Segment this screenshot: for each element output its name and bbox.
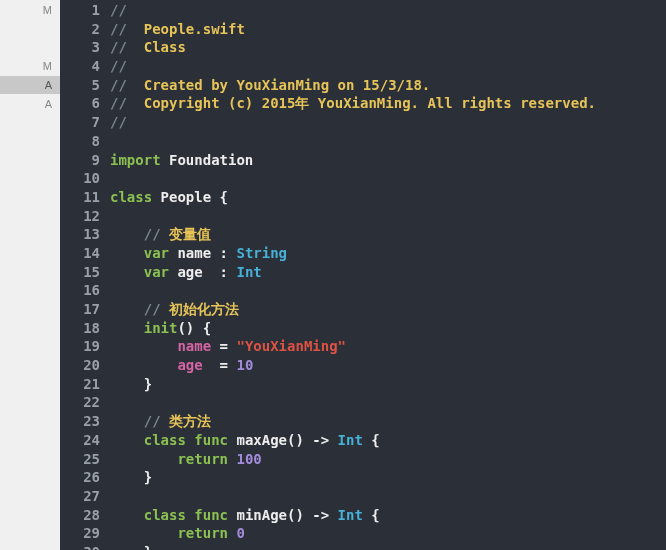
line-number: 6 bbox=[60, 94, 100, 113]
change-mark: A bbox=[0, 76, 60, 95]
token bbox=[110, 544, 144, 550]
token: // bbox=[110, 39, 144, 55]
line-number: 23 bbox=[60, 412, 100, 431]
code-line[interactable] bbox=[110, 393, 666, 412]
token: 变量值 bbox=[169, 226, 211, 242]
token: 初始化方法 bbox=[169, 301, 239, 317]
token: class bbox=[110, 189, 152, 205]
token: var bbox=[144, 245, 169, 261]
token: // bbox=[110, 58, 127, 74]
token: // bbox=[110, 77, 144, 93]
code-line[interactable]: // bbox=[110, 113, 666, 132]
token: init bbox=[144, 320, 178, 336]
token bbox=[110, 338, 177, 354]
token: { bbox=[220, 189, 228, 205]
code-line[interactable]: class func minAge() -> Int { bbox=[110, 506, 666, 525]
code-line[interactable] bbox=[110, 487, 666, 506]
line-number: 29 bbox=[60, 524, 100, 543]
code-line[interactable]: class func maxAge() -> Int { bbox=[110, 431, 666, 450]
token bbox=[110, 357, 177, 373]
code-line[interactable]: // Class bbox=[110, 38, 666, 57]
line-number: 16 bbox=[60, 281, 100, 300]
line-number: 21 bbox=[60, 375, 100, 394]
code-line[interactable]: return 0 bbox=[110, 524, 666, 543]
line-number: 13 bbox=[60, 225, 100, 244]
code-line[interactable]: // Copyright (c) 2015年 YouXianMing. All … bbox=[110, 94, 666, 113]
code-line[interactable] bbox=[110, 169, 666, 188]
token: // bbox=[144, 413, 169, 429]
code-line[interactable]: // Created by YouXianMing on 15/3/18. bbox=[110, 76, 666, 95]
line-number: 7 bbox=[60, 113, 100, 132]
token: = bbox=[211, 338, 236, 354]
line-number: 22 bbox=[60, 393, 100, 412]
line-number: 19 bbox=[60, 337, 100, 356]
line-number: 10 bbox=[60, 169, 100, 188]
code-line[interactable]: } bbox=[110, 468, 666, 487]
code-line[interactable]: age = 10 bbox=[110, 356, 666, 375]
code-line[interactable]: } bbox=[110, 543, 666, 550]
token: // bbox=[144, 301, 169, 317]
code-line[interactable]: // People.swift bbox=[110, 20, 666, 39]
line-number-gutter: 1234567891011121314151617181920212223242… bbox=[60, 0, 110, 550]
token: People.swift bbox=[144, 21, 245, 37]
token: Int bbox=[236, 264, 261, 280]
token: minAge() -> bbox=[228, 507, 338, 523]
token: class bbox=[144, 432, 186, 448]
line-number: 20 bbox=[60, 356, 100, 375]
token: return bbox=[177, 525, 228, 541]
token: age bbox=[177, 357, 202, 373]
token: { bbox=[371, 432, 379, 448]
code-line[interactable]: class People { bbox=[110, 188, 666, 207]
token: // bbox=[144, 226, 169, 242]
change-mark: M bbox=[43, 57, 52, 76]
code-line[interactable]: // 初始化方法 bbox=[110, 300, 666, 319]
token: Int bbox=[338, 507, 363, 523]
token bbox=[110, 245, 144, 261]
token bbox=[110, 376, 144, 392]
token: People bbox=[152, 189, 219, 205]
code-line[interactable]: import Foundation bbox=[110, 151, 666, 170]
token: 10 bbox=[236, 357, 253, 373]
code-line[interactable]: name = "YouXianMing" bbox=[110, 337, 666, 356]
token bbox=[110, 264, 144, 280]
line-number: 12 bbox=[60, 207, 100, 226]
token: } bbox=[144, 469, 152, 485]
token bbox=[110, 451, 177, 467]
line-number: 24 bbox=[60, 431, 100, 450]
code-editor[interactable]: //// People.swift// Class//// Created by… bbox=[110, 0, 666, 550]
token: func bbox=[194, 432, 228, 448]
token: Int bbox=[338, 432, 363, 448]
token bbox=[110, 413, 144, 429]
code-line[interactable]: var name : String bbox=[110, 244, 666, 263]
token: class bbox=[144, 507, 186, 523]
code-line[interactable]: var age : Int bbox=[110, 263, 666, 282]
code-line[interactable] bbox=[110, 207, 666, 226]
token: import bbox=[110, 152, 161, 168]
change-ruler: MMAA bbox=[0, 0, 60, 550]
token: "YouXianMing" bbox=[236, 338, 346, 354]
code-line[interactable]: // bbox=[110, 1, 666, 20]
code-line[interactable] bbox=[110, 281, 666, 300]
token: 0 bbox=[236, 525, 244, 541]
code-line[interactable] bbox=[110, 132, 666, 151]
line-number: 25 bbox=[60, 450, 100, 469]
change-mark: M bbox=[43, 1, 52, 20]
token bbox=[110, 525, 177, 541]
token: func bbox=[194, 507, 228, 523]
code-line[interactable]: // 变量值 bbox=[110, 225, 666, 244]
code-line[interactable]: // bbox=[110, 57, 666, 76]
token bbox=[110, 507, 144, 523]
line-number: 1 bbox=[60, 1, 100, 20]
code-line[interactable]: return 100 bbox=[110, 450, 666, 469]
token: 100 bbox=[236, 451, 261, 467]
code-line[interactable]: // 类方法 bbox=[110, 412, 666, 431]
token: () bbox=[177, 320, 202, 336]
token bbox=[110, 320, 144, 336]
line-number: 30 bbox=[60, 543, 100, 550]
code-line[interactable]: init() { bbox=[110, 319, 666, 338]
line-number: 18 bbox=[60, 319, 100, 338]
code-line[interactable]: } bbox=[110, 375, 666, 394]
token: var bbox=[144, 264, 169, 280]
token: String bbox=[236, 245, 287, 261]
change-mark: A bbox=[45, 95, 52, 114]
